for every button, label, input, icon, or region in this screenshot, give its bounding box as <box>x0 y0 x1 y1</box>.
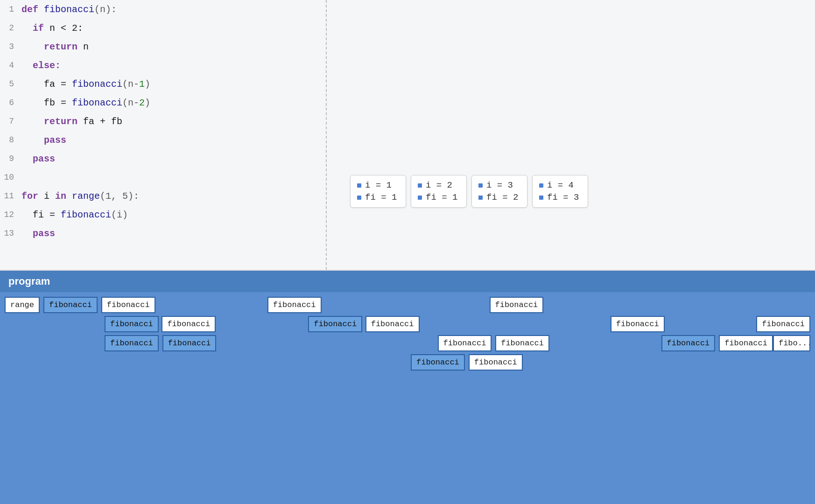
token-fn: fibonacci <box>61 210 111 220</box>
line-number: 6 <box>0 98 19 107</box>
call-box-r2-fib6[interactable]: fibonacci <box>756 316 810 332</box>
line-code-content: pass <box>19 154 55 164</box>
token-kw: if <box>21 23 49 34</box>
blue-dot-i <box>418 183 422 188</box>
fi-value: fi = 1 <box>365 192 397 203</box>
blue-dot-fi <box>418 196 422 200</box>
token-fn: fibonacci <box>72 98 122 108</box>
line-number: 9 <box>0 154 19 163</box>
line-code-content: fa = fibonacci(n-1) <box>19 79 150 90</box>
line-number: 2 <box>0 23 19 33</box>
blue-dot-fi <box>478 196 483 200</box>
i-value: i = 1 <box>365 180 392 190</box>
call-tree-row3: fibonacci fibonacci fibonacci fibonacci … <box>105 335 810 351</box>
token-kw: in <box>55 191 72 202</box>
call-box-fib1[interactable]: fibonacci <box>43 297 98 313</box>
token-kw: def <box>21 4 44 15</box>
call-box-r3-fib1[interactable]: fibonacci <box>105 335 159 351</box>
iter-card-1: i = 1fi = 1 <box>350 175 406 208</box>
token-paren: (n): <box>94 4 117 15</box>
token-var: fi = <box>21 210 61 220</box>
card-i-row: i = 1 <box>357 180 399 190</box>
line-number: 11 <box>0 191 19 201</box>
fi-value: fi = 2 <box>486 192 518 203</box>
call-box-r3-fib4[interactable]: fibonacci <box>495 335 549 351</box>
token-kw: pass <box>21 228 55 239</box>
code-line-12: 12 fi = fibonacci(i) <box>0 205 326 224</box>
code-line-13: 13 pass <box>0 224 326 243</box>
code-line-2: 2 if n < 2: <box>0 19 326 37</box>
token-var: n < 2: <box>49 23 83 34</box>
call-box-r4-fib2[interactable]: fibonacci <box>469 354 523 371</box>
code-line-1: 1def fibonacci(n): <box>0 0 326 19</box>
call-box-fib3[interactable]: fibonacci <box>267 297 322 313</box>
line-number: 5 <box>0 79 19 89</box>
code-line-10: 10 <box>0 168 326 187</box>
token-paren: ) <box>145 98 150 108</box>
card-i-row: i = 4 <box>539 180 581 190</box>
call-box-r3-fib5[interactable]: fibonacci <box>661 335 716 351</box>
code-line-6: 6 fb = fibonacci(n-2) <box>0 93 326 112</box>
blue-dot-fi <box>539 196 543 200</box>
line-number: 10 <box>0 173 19 182</box>
line-number: 13 <box>0 229 19 238</box>
call-box-fib2[interactable]: fibonacci <box>101 297 155 313</box>
line-number: 3 <box>0 42 19 51</box>
blue-dot-i <box>357 183 361 188</box>
line-code-content: return fa + fb <box>19 116 122 127</box>
line-number: 7 <box>0 117 19 126</box>
call-box-r2-fib5[interactable]: fibonacci <box>611 316 665 332</box>
line-number: 4 <box>0 61 19 70</box>
code-editor: 1def fibonacci(n):2 if n < 2:3 return n4… <box>0 0 327 270</box>
call-box-r3-fib2[interactable]: fibonacci <box>162 335 217 351</box>
call-box-r3-fib6[interactable]: fibonacci <box>719 335 773 351</box>
card-i-row: i = 3 <box>478 180 520 190</box>
call-box-range[interactable]: range <box>5 297 40 313</box>
line-code-content: for i in range(1, 5): <box>19 191 139 202</box>
token-kw: else: <box>21 60 61 71</box>
token-paren: (1, 5): <box>100 191 139 202</box>
call-box-r4-fib1[interactable]: fibonacci <box>411 354 465 371</box>
call-box-r3-fib3[interactable]: fibonacci <box>438 335 492 351</box>
blue-dot-i <box>539 183 543 188</box>
code-line-3: 3 return n <box>0 37 326 56</box>
token-kw: return <box>21 116 83 127</box>
call-box-r3-fib7[interactable]: fibo... <box>773 335 810 351</box>
line-code-content: pass <box>19 135 66 146</box>
token-var: fb = <box>21 98 72 108</box>
call-tree-row4: fibonacci fibonacci <box>411 354 810 371</box>
token-fn: range <box>72 191 100 202</box>
iteration-cards: i = 1fi = 1i = 2fi = 1i = 3fi = 2i = 4fi… <box>350 175 801 208</box>
token-var: fa + fb <box>83 116 122 127</box>
code-line-5: 5 fa = fibonacci(n-1) <box>0 75 326 93</box>
blue-dot-i <box>478 183 483 188</box>
call-box-r2-fib1[interactable]: fibonacci <box>105 316 159 332</box>
line-number: 8 <box>0 135 19 145</box>
call-tree-area: range fibonacci fibonacci fibonacci fibo… <box>0 292 815 375</box>
fi-value: fi = 1 <box>426 192 457 203</box>
iter-card-4: i = 4fi = 3 <box>532 175 588 208</box>
line-code-content: pass <box>19 228 55 239</box>
i-value: i = 3 <box>486 180 513 190</box>
call-box-r2-fib4[interactable]: fibonacci <box>365 316 420 332</box>
call-box-fib4[interactable]: fibonacci <box>490 297 544 313</box>
token-paren: (n- <box>122 79 139 90</box>
i-value: i = 4 <box>547 180 574 190</box>
code-line-4: 4 else: <box>0 56 326 75</box>
card-fi-row: fi = 3 <box>539 192 581 203</box>
fi-value: fi = 3 <box>547 192 579 203</box>
line-code-content: return n <box>19 42 89 52</box>
code-panel: 1def fibonacci(n):2 if n < 2:3 return n4… <box>0 0 815 271</box>
code-line-9: 9 pass <box>0 149 326 168</box>
line-code-content: fi = fibonacci(i) <box>19 210 128 220</box>
call-tree-row1: range fibonacci fibonacci fibonacci fibo… <box>5 297 810 313</box>
token-num: 2 <box>139 98 145 108</box>
line-number: 12 <box>0 210 19 219</box>
card-fi-row: fi = 1 <box>357 192 399 203</box>
i-value: i = 2 <box>426 180 452 190</box>
call-box-r2-fib2[interactable]: fibonacci <box>162 316 216 332</box>
token-fn: fibonacci <box>72 79 122 90</box>
call-box-r2-fib3[interactable]: fibonacci <box>308 316 362 332</box>
line-code-content: fb = fibonacci(n-2) <box>19 98 150 108</box>
token-var: i <box>44 191 55 202</box>
